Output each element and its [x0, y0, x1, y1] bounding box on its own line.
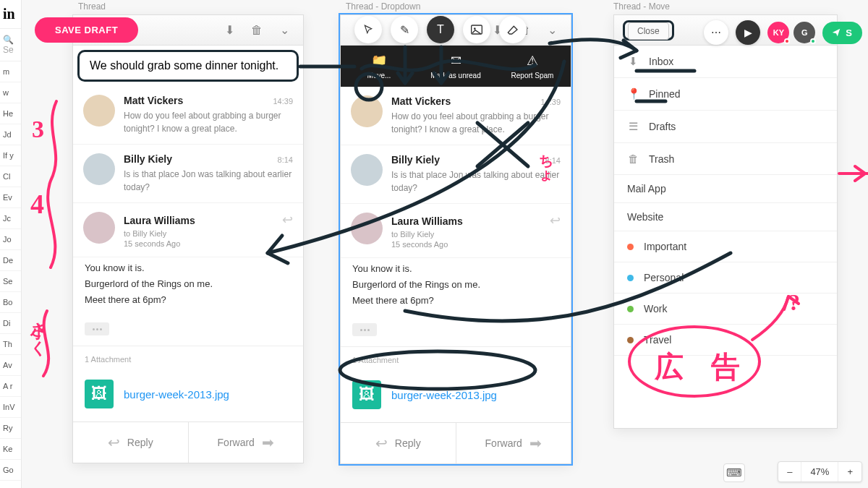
artboard-label-dropdown: Thread - Dropdown — [346, 1, 420, 12]
dropdown-item[interactable]: ✉Mark as unread — [417, 46, 494, 87]
thread-dropdown-panel: ⬇ 🗑 ⌄ 📁Move...✉Mark as unread⚠Report Spa… — [340, 14, 571, 464]
share-button[interactable]: S — [822, 22, 862, 44]
keyboard-icon[interactable]: ⌨ — [723, 463, 745, 482]
sidebar-item[interactable]: Sc — [0, 481, 21, 488]
message-body: You know it is.Burgerlord of the Rings o… — [341, 258, 571, 319]
reply-icon[interactable]: ↩ — [282, 212, 293, 228]
sidebar-item[interactable]: Di — [0, 313, 21, 334]
user-avatar[interactable]: KY — [767, 22, 789, 43]
eraser-tool[interactable] — [499, 16, 527, 43]
attachment-count: 1 Attachment — [73, 346, 303, 372]
message-row[interactable]: Matt Vickers14:39How do you feel about g… — [341, 87, 571, 145]
reply-button[interactable]: ↩Reply — [341, 423, 456, 463]
move-folder-row[interactable]: 🗑Trash — [614, 143, 837, 175]
move-section-mailapp: Mail App — [614, 175, 837, 203]
message-row[interactable]: Laura Williams↩to Billy Kiely15 seconds … — [73, 203, 303, 257]
message-row[interactable]: Billy Kiely8:14Is is that place Jon was … — [73, 145, 303, 203]
sidebar-item[interactable]: m — [0, 61, 21, 82]
annotation-pink-3: 3 — [32, 116, 44, 143]
sender-name: Laura Williams — [391, 215, 463, 227]
sidebar-item[interactable]: Go — [0, 460, 21, 481]
sidebar-item[interactable]: Se — [0, 271, 21, 292]
pointer-tool[interactable] — [354, 16, 382, 43]
left-app-sliver: in 🔍 Se mwHeJdIf yClEvJcJoDeSeBoDiThAvA … — [0, 0, 22, 488]
move-folder-row[interactable]: 📍Pinned — [614, 78, 837, 111]
sidebar-item[interactable]: w — [0, 82, 21, 103]
timestamp: 14:39 — [273, 97, 293, 106]
chevron-down-icon[interactable]: ⌄ — [274, 20, 294, 40]
sidebar-item[interactable]: He — [0, 103, 21, 124]
reply-arrow-icon: ↩ — [108, 434, 120, 451]
artboard-label-thread: Thread — [78, 1, 106, 12]
timestamp: 15 seconds Ago — [391, 240, 561, 249]
archive-icon[interactable]: ⬇ — [219, 20, 239, 40]
expand-quoted-icon[interactable] — [352, 323, 377, 336]
sender-name: Matt Vickers — [124, 95, 183, 106]
forward-button[interactable]: Forward➡ — [188, 422, 304, 463]
recipient: to Billy Kiely — [124, 229, 293, 238]
reply-icon[interactable]: ↩ — [550, 213, 561, 228]
sidebar-item[interactable]: Jc — [0, 208, 21, 229]
label-color-dot — [627, 337, 634, 343]
image-tool[interactable] — [463, 16, 490, 43]
move-label-row[interactable]: Important — [614, 231, 837, 262]
zoom-out-button[interactable]: – — [778, 462, 801, 481]
text-tool[interactable]: T — [427, 16, 454, 43]
sidebar-item[interactable]: Ry — [0, 418, 21, 439]
close-button[interactable]: Close — [628, 22, 669, 40]
reply-button[interactable]: ↩Reply — [73, 422, 188, 463]
sidebar-item[interactable]: Jo — [0, 229, 21, 250]
message-row[interactable]: Laura Williams↩to Billy Kiely15 seconds … — [341, 204, 571, 258]
move-folder-row[interactable]: ☰Drafts — [614, 111, 837, 143]
dropdown-icon: ✉ — [420, 53, 491, 69]
forward-button[interactable]: Forward➡ — [456, 423, 571, 463]
label-color-dot — [627, 306, 634, 312]
message-preview: How do you feel about grabbing a burger … — [391, 110, 561, 136]
attachment-row[interactable]: 🖼 burger-week-2013.jpg — [73, 372, 303, 421]
move-label-row[interactable]: Personal — [614, 262, 837, 294]
sidebar-item[interactable]: Jd — [0, 124, 21, 145]
timestamp: 15 seconds Ago — [124, 239, 293, 248]
save-draft-button[interactable]: SAVE DRAFT — [35, 17, 138, 43]
attachment-filename: burger-week-2013.jpg — [391, 389, 497, 401]
sidebar-item[interactable]: Ke — [0, 439, 21, 460]
sidebar-item[interactable]: A r — [0, 376, 21, 397]
sidebar-item[interactable]: Cl — [0, 166, 21, 187]
chevron-down-icon[interactable]: ⌄ — [542, 20, 562, 40]
play-button[interactable]: ▶ — [736, 20, 760, 45]
annotation-toolbar: ✎ T — [354, 16, 527, 43]
pencil-tool[interactable]: ✎ — [391, 16, 418, 43]
zoom-in-button[interactable]: + — [838, 462, 861, 481]
sidebar-item[interactable]: InV — [0, 397, 21, 418]
attachment-row[interactable]: 🖼 burger-week-2013.jpg — [341, 373, 571, 422]
zoom-percent[interactable]: 47% — [801, 462, 838, 481]
annotation-pink-small: 小さく — [27, 311, 49, 347]
annotation-pink-ad: 広 告 — [655, 347, 750, 387]
user-avatar[interactable]: G — [793, 22, 815, 43]
sidebar-item[interactable]: Ev — [0, 187, 21, 208]
download-icon: ⬇ — [627, 55, 639, 68]
move-label-row[interactable]: Work — [614, 294, 837, 325]
sidebar-item[interactable]: Bo — [0, 292, 21, 313]
message-row[interactable]: Matt Vickers14:39How do you feel about g… — [73, 86, 303, 145]
forward-label: Forward — [218, 437, 255, 448]
avatar — [83, 212, 115, 244]
forward-label: Forward — [485, 437, 522, 449]
sidebar-item[interactable]: Av — [0, 355, 21, 376]
sender-name: Matt Vickers — [391, 95, 451, 107]
dropdown-item[interactable]: ⚠Report Spam — [494, 46, 571, 87]
expand-quoted-icon[interactable] — [85, 322, 109, 335]
dropdown-label: Mark as unread — [430, 72, 480, 80]
sidebar-item[interactable]: If y — [0, 145, 21, 166]
reply-arrow-icon: ↩ — [375, 435, 388, 452]
sidebar-item[interactable]: De — [0, 250, 21, 271]
dropdown-item[interactable]: 📁Move... — [341, 46, 417, 87]
sidebar-item[interactable]: Th — [0, 334, 21, 355]
timestamp: 14:39 — [540, 98, 561, 106]
trash-icon[interactable]: 🗑 — [247, 20, 267, 40]
search-icon[interactable]: 🔍 Se — [0, 29, 21, 61]
move-label-name: Work — [644, 303, 667, 314]
close-button-annotation: Close — [623, 20, 674, 40]
more-menu-button[interactable]: ⋯ — [704, 20, 728, 45]
move-folder-row[interactable]: ⬇Inbox — [614, 46, 837, 78]
